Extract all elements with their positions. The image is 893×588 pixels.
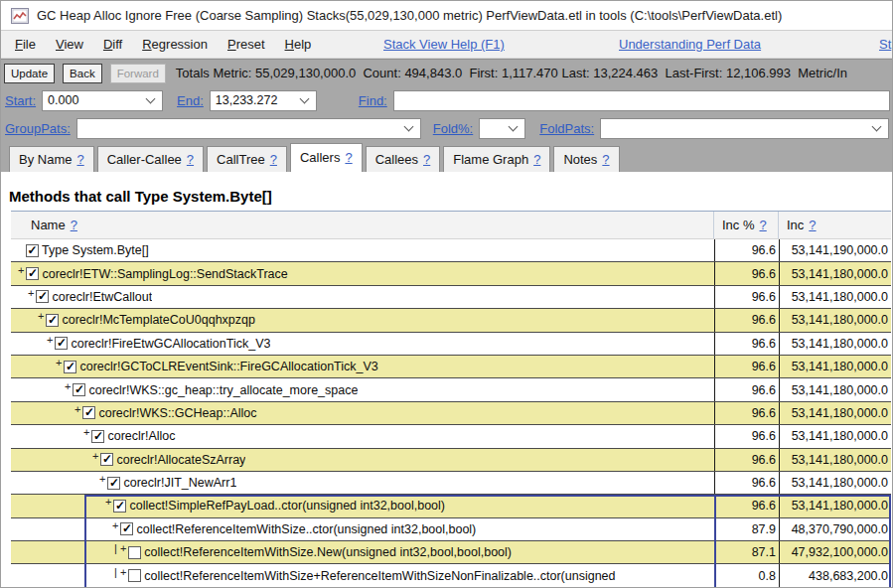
- expand-icon[interactable]: +: [99, 473, 105, 485]
- checked-checkbox[interactable]: ✓: [55, 337, 68, 350]
- table-row[interactable]: +✓coreclr!GCToCLREventSink::FireGCAlloca…: [11, 356, 891, 378]
- column-header-inc-pct[interactable]: Inc % ?: [714, 212, 779, 238]
- inc-pct-value: 96.6: [714, 356, 779, 377]
- tab-flame-graph[interactable]: Flame Graph?: [443, 146, 550, 172]
- menu-diff[interactable]: Diff: [93, 37, 132, 52]
- table-row[interactable]: +✓collect!SimpleRefPayLoad..ctor(unsigne…: [11, 495, 891, 517]
- tab-callees[interactable]: Callees?: [366, 146, 441, 172]
- update-button[interactable]: Update: [4, 64, 55, 83]
- checked-checkbox[interactable]: ✓: [91, 430, 104, 443]
- help-link[interactable]: ?: [71, 218, 77, 232]
- help-link[interactable]: ?: [76, 152, 83, 167]
- table-row[interactable]: +✓coreclr!Alloc96.653,141,180,000.0: [11, 425, 891, 448]
- table-row[interactable]: +✓coreclr!EtwCallout96.653,141,180,000.0: [11, 286, 891, 309]
- column-header-name[interactable]: Name ?: [11, 212, 714, 238]
- expand-icon[interactable]: +: [65, 380, 71, 392]
- checked-checkbox[interactable]: ✓: [100, 453, 113, 466]
- menu-regression[interactable]: Regression: [132, 37, 218, 52]
- checked-checkbox[interactable]: ✓: [46, 314, 59, 327]
- expand-icon[interactable]: | +: [114, 566, 126, 578]
- unchecked-checkbox[interactable]: [128, 569, 141, 582]
- table-row[interactable]: +✓coreclr!JIT_NewArr196.653,141,180,000.…: [11, 472, 891, 495]
- chevron-down-icon[interactable]: [509, 122, 519, 132]
- expand-icon[interactable]: +: [47, 334, 53, 346]
- find-input[interactable]: [393, 90, 890, 111]
- chevron-down-icon[interactable]: [872, 122, 882, 132]
- stack-view-help-link[interactable]: Stack View Help (F1): [383, 37, 505, 52]
- table-row[interactable]: +✓coreclr!WKS::GCHeap::Alloc96.653,141,1…: [11, 402, 891, 425]
- understanding-perf-data-link[interactable]: Understanding Perf Data: [619, 37, 761, 52]
- expand-icon[interactable]: +: [105, 496, 111, 508]
- expand-icon[interactable]: +: [74, 403, 80, 415]
- grouppats-label[interactable]: GroupPats:: [5, 121, 71, 136]
- chevron-down-icon[interactable]: [299, 94, 309, 104]
- checked-checkbox[interactable]: ✓: [82, 406, 95, 419]
- start-label[interactable]: Start:: [5, 93, 36, 108]
- checked-checkbox[interactable]: ✓: [64, 361, 76, 373]
- foldpct-combobox[interactable]: [479, 118, 525, 139]
- chevron-down-icon[interactable]: [403, 122, 413, 132]
- help-link[interactable]: ?: [533, 152, 540, 167]
- expand-icon[interactable]: +: [28, 287, 34, 299]
- table-row[interactable]: +✓coreclr!FireEtwGCAllocationTick_V396.6…: [11, 333, 891, 356]
- column-header-inc[interactable]: Inc ?: [779, 212, 891, 238]
- table-row[interactable]: +✓coreclr!AllocateSzArray96.653,141,180,…: [11, 449, 891, 472]
- method-name: coreclr!JIT_NewArr1: [123, 476, 236, 490]
- help-link[interactable]: ?: [345, 150, 352, 165]
- back-button[interactable]: Back: [63, 64, 102, 83]
- inc-pct-value: 96.6: [714, 333, 779, 355]
- table-row[interactable]: +✓coreclr!WKS::gc_heap::try_allocate_mor…: [11, 378, 891, 401]
- foldpct-label[interactable]: Fold%:: [433, 121, 473, 136]
- menu-view[interactable]: View: [46, 37, 93, 52]
- table-row[interactable]: +✓coreclr!McTemplateCoU0qqhxpzqp96.653,1…: [11, 309, 891, 332]
- expand-icon[interactable]: +: [38, 310, 44, 322]
- checked-checkbox[interactable]: ✓: [36, 290, 49, 303]
- starting-analysis-link[interactable]: St: [879, 37, 891, 52]
- end-combobox[interactable]: 13,233.272: [210, 90, 317, 111]
- end-label[interactable]: End:: [177, 93, 204, 108]
- help-link[interactable]: ?: [760, 218, 767, 232]
- table-row[interactable]: | +collect!ReferenceItemWithSize+Referen…: [11, 564, 891, 587]
- grouppats-combobox[interactable]: [76, 118, 421, 139]
- help-link[interactable]: ?: [187, 152, 194, 167]
- table-row[interactable]: ✓Type System.Byte[]96.653,141,190,000.0: [11, 239, 891, 262]
- expand-icon[interactable]: +: [112, 519, 118, 531]
- help-link[interactable]: ?: [602, 152, 609, 167]
- checked-checkbox[interactable]: ✓: [26, 267, 39, 280]
- checked-checkbox[interactable]: ✓: [113, 500, 126, 513]
- expand-icon[interactable]: +: [83, 426, 89, 438]
- menu-help[interactable]: Help: [275, 37, 322, 52]
- help-link[interactable]: ?: [423, 152, 430, 167]
- foldpats-combobox[interactable]: [600, 118, 889, 139]
- start-combobox[interactable]: 0.000: [42, 90, 163, 111]
- menu-preset[interactable]: Preset: [218, 37, 275, 52]
- grid-header: Name ? Inc % ? Inc ?: [11, 212, 891, 239]
- tab-callers[interactable]: Callers?: [290, 143, 363, 172]
- foldpats-label[interactable]: FoldPats:: [539, 121, 594, 136]
- checked-checkbox[interactable]: ✓: [26, 244, 39, 257]
- find-label[interactable]: Find:: [359, 93, 387, 108]
- expand-icon[interactable]: | +: [114, 542, 126, 554]
- table-row[interactable]: +✓collect!ReferenceItemWithSize..ctor(un…: [11, 518, 891, 541]
- unchecked-checkbox[interactable]: [128, 546, 141, 559]
- expand-icon[interactable]: +: [56, 357, 62, 368]
- tab-caller-callee[interactable]: Caller-Callee?: [97, 146, 204, 172]
- inc-value: 53,141,190,000.0: [779, 239, 891, 261]
- checked-checkbox[interactable]: ✓: [107, 477, 120, 490]
- inc-value: 53,141,180,000.0: [779, 262, 891, 284]
- method-name: collect!ReferenceItemWithSize+ReferenceI…: [144, 569, 615, 583]
- help-link[interactable]: ?: [809, 218, 816, 232]
- table-row[interactable]: | +collect!ReferenceItemWithSize.New(uns…: [11, 541, 891, 564]
- inc-value: 53,141,180,000.0: [779, 425, 891, 447]
- checked-checkbox[interactable]: ✓: [120, 522, 133, 535]
- tab-by-name[interactable]: By Name?: [9, 146, 94, 172]
- tab-calltree[interactable]: CallTree?: [207, 146, 287, 172]
- table-row[interactable]: +✓coreclr!ETW::SamplingLog::SendStackTra…: [11, 262, 891, 285]
- help-link[interactable]: ?: [270, 152, 277, 167]
- expand-icon[interactable]: +: [92, 450, 98, 462]
- tab-notes[interactable]: Notes?: [553, 146, 619, 172]
- checked-checkbox[interactable]: ✓: [73, 383, 85, 396]
- menu-file[interactable]: File: [5, 37, 46, 52]
- expand-icon[interactable]: +: [18, 264, 24, 276]
- chevron-down-icon[interactable]: [146, 94, 156, 104]
